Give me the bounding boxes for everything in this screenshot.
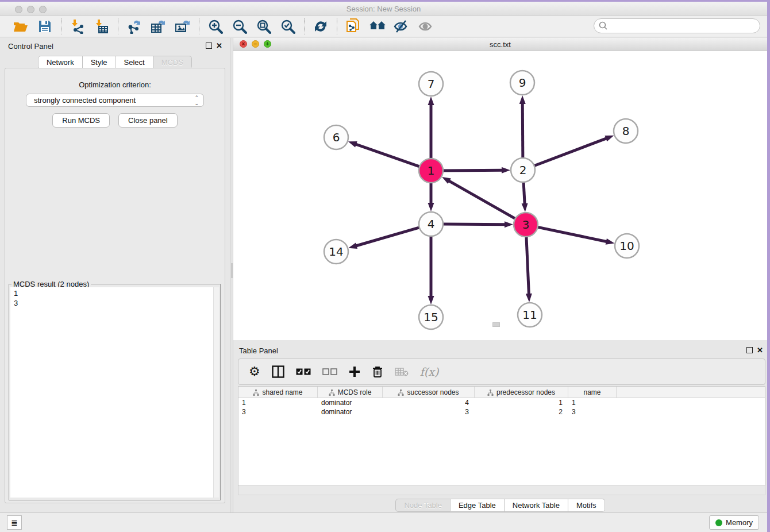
- search-input[interactable]: [608, 22, 752, 30]
- task-history-button[interactable]: ≣: [7, 515, 22, 530]
- memory-status-icon: [715, 519, 722, 526]
- graph-node-label: 9: [519, 76, 526, 90]
- export-network-icon[interactable]: [125, 18, 144, 35]
- table-cell[interactable]: 1: [238, 398, 318, 407]
- table-cell[interactable]: dominator: [318, 407, 383, 417]
- first-neighbors-icon[interactable]: [368, 18, 387, 35]
- hide-selected-icon[interactable]: [392, 18, 411, 35]
- graph-edge-4-14[interactable]: [355, 227, 421, 246]
- zoom-out-icon[interactable]: [230, 18, 249, 35]
- graph-edge-3-1[interactable]: [448, 180, 517, 219]
- graph-edge-4-3[interactable]: [442, 224, 506, 225]
- run-mcds-button[interactable]: Run MCDS: [52, 113, 110, 128]
- table-cell[interactable]: 3: [568, 407, 617, 417]
- export-table-icon[interactable]: [149, 18, 168, 35]
- canvas-resize-grip[interactable]: [492, 322, 500, 327]
- column-header-name[interactable]: name: [568, 387, 617, 398]
- table-tab-node-table[interactable]: Node Table: [395, 499, 451, 512]
- tab-style[interactable]: Style: [83, 56, 116, 69]
- graph-edge-3-10[interactable]: [537, 227, 608, 242]
- close-panel-icon[interactable]: ✕: [216, 41, 222, 50]
- graph-node-label: 3: [522, 218, 530, 232]
- divider-grip[interactable]: [231, 263, 233, 278]
- destroy-table-icon[interactable]: [395, 363, 409, 380]
- export-image-icon[interactable]: [173, 18, 192, 35]
- table-row[interactable]: 3dominator323: [238, 407, 765, 417]
- apply-layout-icon[interactable]: [311, 18, 330, 35]
- clone-network-icon[interactable]: [344, 18, 363, 35]
- save-session-icon[interactable]: [35, 18, 55, 35]
- select-all-columns-icon[interactable]: [296, 363, 311, 380]
- network-window: × − + scc.txt 7968124314101511: [233, 38, 767, 340]
- table-cell[interactable]: 2: [475, 407, 568, 417]
- tab-select[interactable]: Select: [116, 56, 153, 69]
- mcds-result-fieldset: MCDS result (2 nodes) 1 3: [9, 284, 221, 500]
- table-tab-network-table[interactable]: Network Table: [505, 499, 568, 512]
- zoom-in-icon[interactable]: [206, 18, 225, 35]
- table-tab-edge-table[interactable]: Edge Table: [451, 499, 505, 512]
- table-cell[interactable]: 1: [475, 398, 568, 407]
- table-tab-motifs[interactable]: Motifs: [568, 499, 605, 512]
- graph-arrowhead: [522, 203, 528, 212]
- deselect-all-columns-icon[interactable]: [322, 363, 337, 380]
- result-scrollbar[interactable]: [213, 287, 219, 498]
- apply-function-icon[interactable]: f(x): [420, 363, 439, 380]
- graph-node-label: 11: [522, 308, 537, 322]
- column-header-predecessor-nodes[interactable]: predecessor nodes: [475, 387, 568, 398]
- graph-edge-1-2[interactable]: [442, 170, 503, 171]
- optimization-dropdown[interactable]: strongly connected component ⌃⌄: [26, 94, 204, 107]
- control-panel-title: Control Panel: [8, 42, 53, 51]
- graph-edge-2-3[interactable]: [523, 181, 525, 205]
- mcds-result-values[interactable]: 1 3: [10, 287, 214, 498]
- control-panel: Control Panel ✕ NetworkStyleSelectMCDS O…: [0, 38, 230, 512]
- table-cell[interactable]: dominator: [318, 398, 383, 407]
- table-cell[interactable]: 4: [383, 398, 475, 407]
- network-canvas[interactable]: 7968124314101511: [233, 51, 767, 340]
- column-header-MCDS-role[interactable]: MCDS role: [318, 387, 383, 398]
- table-close-icon[interactable]: ✕: [757, 346, 763, 354]
- search-box[interactable]: [594, 18, 760, 33]
- dropdown-stepper-icon: ⌃⌄: [194, 95, 199, 106]
- graph-arrowhead: [348, 141, 357, 147]
- graph-edge-1-6[interactable]: [355, 144, 421, 167]
- tab-network[interactable]: Network: [38, 56, 83, 69]
- open-file-icon[interactable]: [11, 18, 30, 35]
- column-header-successor-nodes[interactable]: successor nodes: [383, 387, 475, 398]
- show-all-icon[interactable]: [416, 18, 436, 35]
- toolbar-separator: [304, 18, 305, 34]
- memory-button[interactable]: Memory: [709, 515, 759, 530]
- column-label: MCDS role: [338, 388, 372, 396]
- table-cell[interactable]: 3: [238, 407, 318, 417]
- graph-node-label: 7: [428, 77, 435, 91]
- graph-edge-2-8[interactable]: [533, 138, 607, 166]
- table-float-icon[interactable]: [746, 347, 753, 353]
- table-cell[interactable]: 3: [383, 407, 475, 417]
- table-row[interactable]: 1dominator411: [238, 398, 765, 407]
- import-table-file-icon[interactable]: [92, 18, 111, 35]
- graph-node-label: 8: [622, 124, 630, 138]
- graph-arrowhead: [428, 296, 434, 304]
- table-panel-title: Table Panel: [239, 346, 278, 355]
- zoom-fit-icon[interactable]: [254, 18, 274, 35]
- table-cell[interactable]: 1: [568, 398, 617, 407]
- column-type-icon: [329, 390, 335, 396]
- close-panel-button[interactable]: Close panel: [118, 113, 178, 128]
- graph-arrowhead: [606, 238, 615, 245]
- node-table[interactable]: shared nameMCDS rolesuccessor nodesprede…: [238, 386, 765, 486]
- column-header-shared-name[interactable]: shared name: [238, 387, 318, 398]
- graph-edge-2-9[interactable]: [522, 102, 523, 159]
- graph-arrowhead: [502, 167, 510, 174]
- float-panel-icon[interactable]: [206, 43, 212, 49]
- delete-column-icon[interactable]: [372, 363, 383, 380]
- table-hscrollbar[interactable]: [238, 486, 765, 495]
- import-network-file-icon[interactable]: [68, 18, 87, 35]
- tab-mcds[interactable]: MCDS: [153, 56, 192, 69]
- network-graph[interactable]: 7968124314101511: [233, 51, 767, 340]
- settings-icon[interactable]: ⚙: [249, 363, 260, 380]
- graph-edge-3-11[interactable]: [526, 236, 529, 295]
- add-column-icon[interactable]: [349, 363, 360, 380]
- graph-arrowhead: [348, 242, 357, 249]
- table-header-row: shared nameMCDS rolesuccessor nodesprede…: [238, 387, 765, 398]
- split-columns-icon[interactable]: [272, 363, 284, 380]
- zoom-selected-icon[interactable]: [278, 18, 298, 35]
